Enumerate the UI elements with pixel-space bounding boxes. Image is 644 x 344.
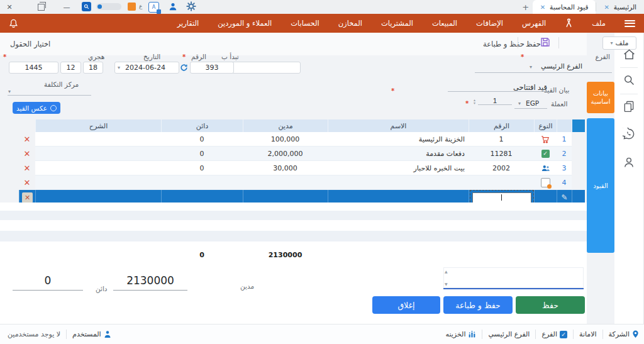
- menu-item-accounts[interactable]: الحسابات: [291, 19, 319, 28]
- hijri-month-input[interactable]: [61, 62, 80, 73]
- tab-entries[interactable]: القيود: [587, 118, 614, 253]
- notifications-bell-icon[interactable]: [9, 18, 18, 29]
- menu-item-clients-suppliers[interactable]: العملاء و الموردين: [218, 19, 272, 28]
- search-icon[interactable]: [623, 74, 635, 86]
- documents-copy-icon[interactable]: [623, 100, 635, 113]
- account-number[interactable]: 1: [469, 132, 534, 147]
- menu-item-warehouses[interactable]: المخازن: [338, 19, 362, 28]
- close-tab-icon[interactable]: ✕: [540, 4, 545, 11]
- credit-value[interactable]: 0: [161, 132, 243, 147]
- delete-row-icon[interactable]: ✕: [25, 194, 30, 202]
- entry-number-field[interactable]: [190, 62, 234, 74]
- tab-basic-data[interactable]: بيانات اساسية: [587, 82, 614, 113]
- currency-value[interactable]: EGP: [526, 99, 539, 107]
- currency-rate-input[interactable]: [478, 97, 512, 105]
- new-tab-button[interactable]: +: [519, 0, 533, 14]
- account-number[interactable]: [469, 175, 534, 190]
- home-icon[interactable]: [623, 48, 636, 61]
- translate-icon[interactable]: A: [148, 2, 159, 13]
- statusbar-company[interactable]: الشركة: [609, 330, 639, 338]
- menu-item-purchases[interactable]: المشتريات: [381, 19, 413, 28]
- hijri-day-input[interactable]: [84, 62, 103, 73]
- user-account-icon[interactable]: [169, 2, 177, 11]
- account-number-input[interactable]: [472, 192, 531, 203]
- delete-row-icon[interactable]: ✕: [24, 135, 31, 144]
- debit-value[interactable]: 100,000: [243, 132, 328, 147]
- table-row[interactable]: 1 1 الخزينة الرئيسية 100,000 0 ✕: [19, 132, 585, 147]
- window-restore-icon[interactable]: [38, 4, 45, 11]
- hijri-year-field[interactable]: [9, 62, 58, 74]
- window-close-icon[interactable]: ✕: [0, 3, 19, 11]
- save-print-button[interactable]: حفظ و طباعة: [443, 296, 513, 314]
- credit-value[interactable]: [161, 175, 243, 190]
- debit-value[interactable]: [243, 175, 328, 190]
- hamburger-menu-icon[interactable]: [625, 20, 635, 27]
- account-name[interactable]: الخزينة الرئيسية: [328, 132, 469, 147]
- save-toolbar-button[interactable]: حفظ: [526, 40, 541, 48]
- menu-item-index[interactable]: الفهرس: [522, 19, 546, 28]
- hijri-day-field[interactable]: [83, 62, 103, 74]
- chevron-down-icon[interactable]: ▾: [118, 65, 120, 70]
- titlebar-search-button[interactable]: [82, 2, 91, 11]
- statusbar-company-name[interactable]: الامانة: [579, 330, 597, 338]
- menu-item-sales[interactable]: المبيعات: [432, 19, 457, 28]
- credit-value[interactable]: 0: [161, 161, 243, 175]
- header-name[interactable]: الاسم: [328, 119, 469, 132]
- menu-item-file[interactable]: ملف: [592, 19, 606, 28]
- credit-value[interactable]: 0: [161, 147, 243, 161]
- statusbar-treasury[interactable]: الخزينه: [446, 330, 477, 338]
- choose-fields-button[interactable]: اختيار الحقول: [10, 40, 50, 48]
- notes-textarea[interactable]: [441, 268, 583, 290]
- window-minimize-icon[interactable]: —: [57, 3, 76, 11]
- hijri-month-field[interactable]: [60, 62, 81, 74]
- chevron-down-icon[interactable]: ▾: [518, 101, 521, 106]
- delete-row-icon[interactable]: ✕: [24, 178, 31, 187]
- settings-gear-icon[interactable]: [186, 1, 196, 11]
- chevron-down-icon[interactable]: ▾: [530, 64, 532, 70]
- desc-value[interactable]: [35, 147, 161, 161]
- account-name[interactable]: [328, 175, 469, 190]
- notes-field[interactable]: [443, 267, 584, 288]
- caret-down-icon[interactable]: ▾: [8, 89, 11, 94]
- debit-value[interactable]: 2,000,000: [243, 147, 328, 161]
- rate-spinner[interactable]: ▴▾: [474, 98, 475, 104]
- delete-row-icon[interactable]: ✕: [24, 164, 31, 173]
- account-number[interactable]: 11281: [469, 147, 534, 161]
- tab-home[interactable]: ✕ الرئيسية: [596, 0, 644, 14]
- table-row[interactable]: 2 ✓ 11281 دفعات مقدمة 2,000,000 0 ✕: [19, 147, 585, 161]
- delete-row-icon[interactable]: ✕: [24, 149, 31, 158]
- account-name[interactable]: بيت الخبره للاحبار: [328, 161, 469, 175]
- table-row[interactable]: 4 ✕: [19, 175, 585, 190]
- statusbar-branch[interactable]: ✓ الفرع: [541, 330, 567, 338]
- entry-number-input[interactable]: [191, 62, 233, 73]
- table-row[interactable]: 3 2002 بيت الخبره للاحبار 30,000 0 ✕: [19, 161, 585, 175]
- titlebar-toggle[interactable]: [96, 3, 121, 10]
- entry-note-input[interactable]: [448, 84, 548, 92]
- orange-app-icon[interactable]: [128, 3, 136, 11]
- close-tab-icon[interactable]: ✕: [604, 4, 609, 11]
- header-credit[interactable]: دائن: [161, 119, 243, 132]
- branch-value[interactable]: الفرع الرئيسي: [541, 62, 610, 70]
- close-button[interactable]: إغلاق: [372, 296, 440, 314]
- save-button[interactable]: حفظ: [516, 296, 585, 314]
- refresh-number-icon[interactable]: [180, 64, 188, 72]
- scroll-up-icon[interactable]: ▲: [445, 269, 448, 274]
- reverse-entry-button[interactable]: عكس القيد: [13, 102, 60, 114]
- debit-value[interactable]: 30,000: [243, 161, 328, 175]
- starts-with-dropdown[interactable]: ▾: [225, 62, 301, 74]
- account-name[interactable]: دفعات مقدمة: [328, 147, 469, 161]
- scroll-down-icon[interactable]: ▼: [445, 282, 448, 286]
- desc-value[interactable]: [35, 161, 161, 175]
- statusbar-branch-name[interactable]: الفرع الرئيسي: [488, 330, 530, 338]
- language-badge[interactable]: ع: [139, 3, 142, 9]
- statusbar-user[interactable]: المستخدم: [72, 330, 111, 338]
- desc-value[interactable]: [35, 132, 161, 147]
- menu-item-addons[interactable]: الإضافات: [476, 19, 503, 28]
- hijri-year-input[interactable]: [9, 62, 58, 73]
- whatsapp-icon[interactable]: [623, 128, 635, 140]
- save-floppy-icon[interactable]: [540, 36, 551, 48]
- date-field[interactable]: ▾ 2024-06-24: [114, 62, 179, 74]
- tab-accounting-entries[interactable]: ✕ قيود المحاسبة: [533, 0, 596, 14]
- header-debit[interactable]: مدين: [243, 119, 328, 132]
- header-type[interactable]: النوع: [534, 119, 557, 132]
